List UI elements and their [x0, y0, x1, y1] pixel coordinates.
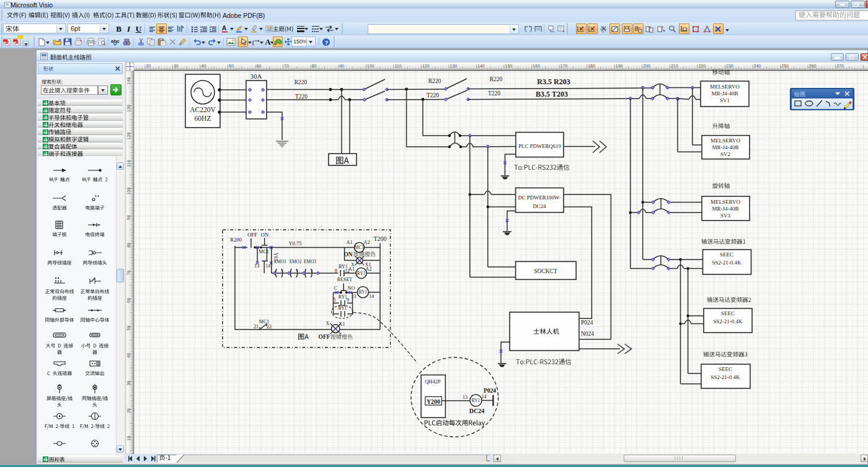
svg-text:120: 120 — [422, 64, 430, 68]
svg-text:R220: R220 — [294, 79, 308, 85]
svg-text:abc: abc — [111, 38, 120, 44]
svg-text:R220: R220 — [490, 76, 503, 82]
svg-text:2: 2 — [311, 268, 313, 273]
svg-text:B3.5 T203: B3.5 T203 — [536, 90, 568, 98]
svg-text:5: 5 — [334, 297, 336, 303]
svg-text:100: 100 — [126, 188, 131, 195]
svg-text:SEEC: SEEC — [719, 366, 732, 372]
svg-text:ON: ON — [261, 232, 268, 238]
svg-text:2: 2 — [296, 268, 299, 273]
svg-text:MELSERVO: MELSERVO — [711, 199, 740, 205]
svg-text:P024: P024 — [581, 320, 593, 326]
svg-text:MELSERVO: MELSERVO — [710, 84, 740, 90]
svg-text:240: 240 — [754, 64, 761, 68]
svg-text:70: 70 — [284, 64, 289, 68]
svg-text:C: C — [334, 286, 337, 291]
svg-text:RY1: RY1 — [357, 271, 366, 276]
svg-text:60: 60 — [126, 298, 131, 303]
svg-text:SS2-21-0.4K: SS2-21-0.4K — [711, 374, 740, 380]
svg-text:OFF: OFF — [247, 232, 257, 238]
svg-text:RY1: RY1 — [359, 289, 368, 295]
svg-text:60: 60 — [257, 64, 262, 68]
svg-text:OFF: OFF — [319, 334, 330, 340]
svg-text:210: 210 — [671, 64, 678, 68]
svg-text:SS2-21-0.4K: SS2-21-0.4K — [713, 318, 743, 325]
svg-text:EMO2: EMO2 — [290, 260, 302, 264]
svg-text:R200: R200 — [230, 237, 241, 243]
svg-text:50: 50 — [229, 64, 234, 68]
svg-text:P024: P024 — [484, 388, 496, 394]
svg-text:110: 110 — [394, 64, 401, 68]
svg-text:22: 22 — [267, 324, 272, 330]
svg-text:140: 140 — [126, 77, 131, 85]
svg-text:SOCKCT: SOCKCT — [534, 268, 557, 274]
svg-text:MELSERVO: MELSERVO — [711, 137, 740, 144]
svg-text:RESET: RESET — [337, 277, 353, 282]
svg-text:90: 90 — [339, 64, 344, 68]
svg-text:70: 70 — [126, 271, 131, 276]
svg-text:A2: A2 — [364, 240, 370, 245]
svg-text:PLC PDWERQ619: PLC PDWERQ619 — [518, 143, 561, 149]
svg-text:150: 150 — [505, 64, 513, 68]
svg-text:AC220V: AC220V — [190, 106, 216, 113]
svg-text:SV2: SV2 — [720, 151, 730, 157]
svg-text:MC1: MC1 — [355, 245, 365, 250]
svg-text:220: 220 — [698, 64, 706, 68]
svg-text:SV1: SV1 — [720, 97, 730, 103]
svg-text:30: 30 — [174, 64, 179, 68]
svg-text:A: A — [222, 25, 226, 32]
svg-text:EMO1: EMO1 — [274, 260, 286, 264]
svg-text:20: 20 — [146, 64, 151, 68]
svg-text:SEEC: SEEC — [721, 310, 735, 316]
svg-text:DC PDWER100W-: DC PDWER100W- — [518, 194, 560, 201]
svg-text:130: 130 — [126, 105, 131, 112]
svg-text:X1: X1 — [339, 321, 345, 327]
svg-text:80: 80 — [126, 243, 131, 248]
svg-text:130: 130 — [450, 64, 458, 68]
svg-text:T200: T200 — [373, 235, 386, 242]
svg-text:X1: X1 — [365, 262, 371, 268]
svg-text:T220: T220 — [295, 94, 308, 100]
svg-text:EMO3: EMO3 — [304, 260, 316, 264]
svg-text:Y200: Y200 — [427, 398, 440, 405]
svg-text:40: 40 — [126, 353, 131, 358]
svg-text:T220: T220 — [488, 90, 500, 97]
svg-text:MR-J4-40B: MR-J4-40B — [712, 144, 738, 151]
svg-text:SV3: SV3 — [720, 212, 731, 219]
svg-text:40: 40 — [202, 64, 206, 68]
svg-text:30A: 30A — [250, 72, 262, 80]
svg-text:SEEC: SEEC — [720, 251, 733, 258]
svg-text:X: X — [351, 262, 355, 268]
svg-text:270: 270 — [836, 64, 844, 68]
svg-text:90: 90 — [126, 215, 131, 220]
svg-text:14: 14 — [369, 294, 374, 299]
svg-text:13: 13 — [463, 395, 467, 400]
svg-text:160: 160 — [533, 64, 540, 68]
svg-text:140: 140 — [477, 64, 485, 68]
svg-text:260: 260 — [809, 64, 817, 68]
svg-text:Y0.75: Y0.75 — [288, 240, 301, 247]
svg-text:30: 30 — [126, 381, 131, 386]
svg-text:180: 180 — [588, 64, 595, 68]
svg-text:80: 80 — [312, 64, 317, 68]
svg-text:20: 20 — [126, 408, 131, 413]
svg-text:T220: T220 — [427, 92, 439, 98]
svg-text:MR-J4-40B: MR-J4-40B — [711, 90, 738, 97]
svg-text:ON: ON — [343, 251, 352, 258]
svg-text:DC24: DC24 — [533, 203, 546, 209]
svg-text:14: 14 — [482, 394, 487, 399]
svg-text:R220: R220 — [428, 78, 441, 84]
svg-text:RY1: RY1 — [339, 305, 347, 311]
svg-text:230: 230 — [726, 64, 733, 68]
svg-text:170: 170 — [560, 64, 568, 68]
svg-text:120: 120 — [126, 133, 131, 140]
svg-text:N024: N024 — [581, 331, 594, 337]
svg-text:110: 110 — [126, 160, 131, 167]
svg-text:200: 200 — [643, 64, 650, 68]
svg-text:RY1: RY1 — [472, 398, 480, 403]
svg-text:MC1: MC1 — [259, 249, 268, 255]
svg-text:DC24: DC24 — [469, 408, 484, 414]
svg-text:60HZ: 60HZ — [195, 115, 211, 122]
svg-text:50: 50 — [126, 326, 131, 331]
svg-text:250: 250 — [781, 64, 789, 68]
